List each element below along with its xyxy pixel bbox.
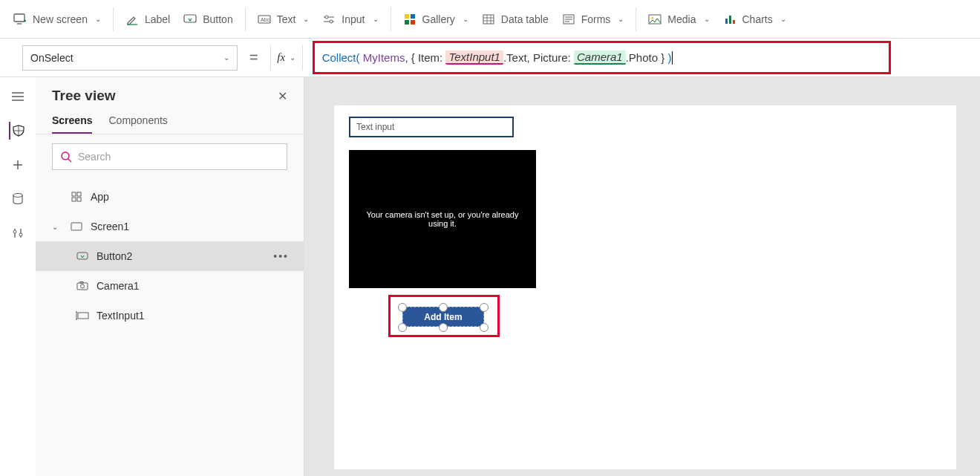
tree-item-label: TextInput1 <box>97 310 145 322</box>
chevron-down-icon: ⌄ <box>704 15 710 23</box>
svg-rect-30 <box>78 313 88 319</box>
media-dropdown[interactable]: Media ⌄ <box>648 7 709 31</box>
data-table-button[interactable]: Data table <box>482 7 549 31</box>
canvas-camera[interactable]: Your camera isn't set up, or you're alre… <box>349 150 536 288</box>
formula-input[interactable]: Collect( MyItems, { Item: TextInput1.Tex… <box>310 50 673 65</box>
label-button[interactable]: Label <box>125 7 170 31</box>
rail-tree-view[interactable] <box>9 122 27 140</box>
rail-insert[interactable] <box>9 156 27 174</box>
svg-point-19 <box>19 233 22 236</box>
formula-bar: OnSelect ⌄ = fx ⌄ Collect( MyItems, { It… <box>0 39 980 77</box>
formula-token-function: Collect <box>322 51 356 64</box>
svg-rect-14 <box>725 19 728 24</box>
label-label: Label <box>145 13 170 25</box>
svg-rect-23 <box>72 198 76 201</box>
chevron-down-icon: ⌄ <box>373 15 379 23</box>
search-input[interactable]: Search <box>52 143 287 170</box>
svg-rect-25 <box>71 223 82 230</box>
text-icon: Abc <box>258 13 271 26</box>
button-icon <box>183 13 197 26</box>
fx-label: fx <box>277 51 285 64</box>
charts-icon <box>723 13 736 26</box>
svg-point-5 <box>330 20 333 23</box>
new-screen-label: New screen <box>33 13 88 25</box>
button-label: Button <box>203 13 232 25</box>
charts-label: Charts <box>742 13 773 25</box>
rail-hamburger[interactable] <box>9 88 27 105</box>
formula-token-text: .Text, <box>503 51 533 64</box>
resize-handle[interactable] <box>480 323 489 332</box>
screen-surface[interactable]: Text input Your camera isn't set up, or … <box>334 105 956 469</box>
add-item-label: Add Item <box>424 312 462 322</box>
media-label: Media <box>667 13 696 25</box>
resize-handle[interactable] <box>398 303 407 312</box>
tree-item-camera1[interactable]: Camera1 <box>36 271 304 301</box>
button-insert-button[interactable]: Button <box>183 7 232 31</box>
search-placeholder: Search <box>78 151 111 163</box>
text-input-placeholder: Text input <box>356 122 394 132</box>
more-icon[interactable]: ••• <box>273 250 304 262</box>
left-rail <box>0 77 36 476</box>
svg-point-13 <box>652 16 654 19</box>
svg-rect-6 <box>405 14 409 19</box>
input-dropdown[interactable]: Input ⌄ <box>322 7 378 31</box>
tree-item-button2[interactable]: Button2 ••• <box>36 241 304 271</box>
svg-rect-9 <box>411 20 415 25</box>
svg-rect-0 <box>14 14 24 22</box>
svg-rect-15 <box>729 16 731 24</box>
formula-token-text: Item: <box>418 51 446 64</box>
resize-handle[interactable] <box>439 323 448 332</box>
resize-handle[interactable] <box>480 303 489 312</box>
screen-icon <box>70 222 83 231</box>
svg-point-17 <box>13 194 22 198</box>
data-table-label: Data table <box>501 13 549 25</box>
chevron-down-icon[interactable]: ⌄ <box>52 223 62 231</box>
equals-sign: = <box>245 49 263 66</box>
resize-handle[interactable] <box>398 323 407 332</box>
tree-item-screen1[interactable]: ⌄ Screen1 <box>36 212 304 241</box>
media-icon <box>648 13 662 26</box>
resize-handle[interactable] <box>439 303 448 312</box>
design-canvas[interactable]: Text input Your camera isn't set up, or … <box>304 77 980 476</box>
button-icon <box>76 252 89 261</box>
text-dropdown[interactable]: Abc Text ⌄ <box>258 7 310 31</box>
svg-rect-21 <box>72 192 76 196</box>
text-cursor <box>672 51 673 65</box>
tree-item-label: Camera1 <box>97 280 140 292</box>
chevron-down-icon: ⌄ <box>290 53 295 62</box>
search-icon <box>60 151 72 163</box>
close-icon[interactable]: ✕ <box>278 89 287 103</box>
new-screen-button[interactable]: New screen ⌄ <box>13 7 101 31</box>
charts-dropdown[interactable]: Charts ⌄ <box>723 7 786 31</box>
gallery-dropdown[interactable]: Gallery ⌄ <box>403 7 468 31</box>
tree-list: App ⌄ Screen1 Button2 ••• Camer <box>36 179 304 333</box>
formula-token-paren: ) <box>667 51 671 64</box>
tab-components[interactable]: Components <box>108 114 167 134</box>
tree-item-label: App <box>91 191 109 203</box>
fx-button[interactable]: fx ⌄ <box>270 45 303 71</box>
svg-rect-8 <box>405 20 409 25</box>
tree-item-label: Button2 <box>97 250 132 262</box>
rail-data[interactable] <box>9 190 27 208</box>
svg-text:Abc: Abc <box>261 17 270 22</box>
tab-screens[interactable]: Screens <box>52 114 92 134</box>
forms-dropdown[interactable]: Forms ⌄ <box>562 7 624 31</box>
canvas-text-input[interactable]: Text input <box>349 117 514 137</box>
rail-tools[interactable] <box>9 224 27 242</box>
svg-rect-16 <box>733 20 735 24</box>
tree-view-title: Tree view <box>52 88 116 104</box>
app-grid-icon <box>70 192 83 202</box>
svg-rect-27 <box>77 283 88 290</box>
tree-item-app[interactable]: App <box>36 182 304 212</box>
tree-item-textinput1[interactable]: TextInput1 <box>36 301 304 330</box>
gallery-label: Gallery <box>422 13 455 25</box>
tree-view-panel: Tree view ✕ Screens Components Search Ap… <box>36 77 304 476</box>
property-dropdown[interactable]: OnSelect ⌄ <box>22 45 238 71</box>
label-edit-icon <box>125 13 139 26</box>
data-table-icon <box>482 13 495 26</box>
formula-token-text: , { <box>405 51 418 64</box>
screen-icon <box>13 13 27 26</box>
chevron-down-icon: ⌄ <box>303 15 309 23</box>
formula-token-ref-camera: Camera1 <box>574 50 626 65</box>
input-slider-icon <box>322 13 336 26</box>
